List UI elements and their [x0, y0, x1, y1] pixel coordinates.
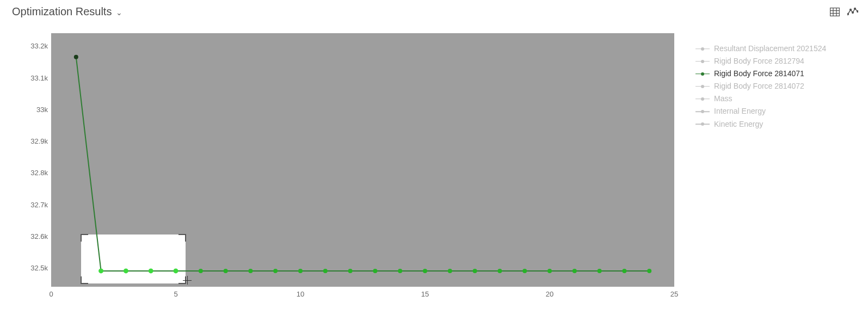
legend-swatch — [695, 71, 710, 77]
series-line — [76, 57, 649, 271]
y-tick-label: 33k — [15, 105, 48, 113]
svg-point-7 — [852, 11, 854, 13]
x-tick-label: 20 — [546, 290, 553, 298]
svg-point-8 — [854, 8, 856, 9]
legend-label: Resultant Displacement 2021524 — [714, 42, 826, 55]
y-tick-label: 32.7k — [15, 200, 48, 208]
panel-header: Optimization Results ⌄ — [0, 0, 868, 22]
svg-point-6 — [850, 9, 852, 10]
y-tick-label: 32.6k — [15, 232, 48, 240]
series-point[interactable] — [448, 269, 452, 273]
series-point[interactable] — [99, 268, 103, 273]
legend-swatch — [695, 96, 710, 102]
legend-label: Rigid Body Force 2812794 — [714, 55, 804, 67]
series-point[interactable] — [373, 269, 377, 273]
x-tick-label: 10 — [297, 290, 304, 298]
legend-label: Rigid Body Force 2814072 — [714, 80, 804, 92]
series-point[interactable] — [199, 269, 203, 273]
panel-title: Optimization Results — [12, 5, 112, 18]
series-point[interactable] — [647, 269, 651, 273]
series-point[interactable] — [348, 269, 353, 273]
series-point[interactable] — [124, 268, 128, 273]
series-point[interactable] — [74, 55, 78, 59]
series-point[interactable] — [622, 269, 626, 273]
svg-point-9 — [857, 10, 858, 12]
legend-swatch — [695, 46, 710, 52]
legend-item[interactable]: Mass — [695, 92, 826, 105]
svg-point-5 — [847, 13, 848, 15]
chevron-down-icon: ⌄ — [116, 8, 122, 17]
y-tick-label: 32.9k — [15, 137, 48, 145]
series-point[interactable] — [522, 269, 527, 273]
legend-swatch — [695, 121, 710, 127]
legend-label: Mass — [714, 92, 732, 105]
legend-item[interactable]: Resultant Displacement 2021524 — [695, 42, 826, 55]
panel-title-dropdown[interactable]: Optimization Results ⌄ — [12, 5, 122, 18]
plot-canvas[interactable] — [51, 33, 674, 287]
series-point[interactable] — [323, 269, 328, 273]
series-point[interactable] — [398, 269, 402, 273]
series-point[interactable] — [598, 269, 602, 273]
series-point[interactable] — [224, 269, 228, 273]
legend-swatch — [695, 59, 710, 64]
series-point[interactable] — [149, 268, 153, 273]
chart-area: 33.2k33.1k33k32.9k32.8k32.7k32.6k32.5k 0… — [0, 29, 868, 312]
legend-label: Kinetic Energy — [714, 118, 763, 131]
y-tick-label: 33.1k — [15, 73, 48, 82]
legend-item[interactable]: Internal Energy — [695, 105, 826, 118]
chart-view-icon[interactable] — [847, 8, 858, 16]
series-point[interactable] — [174, 268, 178, 273]
series-point[interactable] — [473, 269, 477, 273]
legend-item[interactable]: Rigid Body Force 2812794 — [695, 55, 826, 67]
y-tick-label: 32.8k — [15, 169, 48, 177]
svg-rect-0 — [830, 8, 840, 16]
y-tick-label: 32.5k — [15, 264, 48, 272]
header-toolbar — [830, 8, 858, 16]
series-point[interactable] — [273, 269, 278, 273]
series-point[interactable] — [298, 269, 303, 273]
x-tick-label: 5 — [174, 290, 177, 298]
table-view-icon[interactable] — [830, 8, 840, 16]
series-point[interactable] — [547, 269, 552, 273]
x-tick-label: 15 — [421, 290, 429, 298]
legend-swatch — [695, 84, 710, 89]
series-point[interactable] — [572, 269, 577, 273]
series-point[interactable] — [248, 269, 253, 273]
legend-label: Rigid Body Force 2814071 — [714, 67, 804, 80]
legend-swatch — [695, 109, 710, 114]
legend-label: Internal Energy — [714, 105, 766, 118]
legend-item[interactable]: Rigid Body Force 2814072 — [695, 80, 826, 92]
x-tick-label: 0 — [49, 290, 53, 298]
series-point[interactable] — [423, 269, 427, 273]
series-point[interactable] — [497, 269, 502, 273]
legend-item[interactable]: Rigid Body Force 2814071 — [695, 67, 826, 80]
x-tick-label: 25 — [670, 290, 678, 298]
legend: Resultant Displacement 2021524Rigid Body… — [695, 42, 826, 131]
legend-item[interactable]: Kinetic Energy — [695, 118, 826, 131]
y-tick-label: 33.2k — [15, 42, 48, 50]
